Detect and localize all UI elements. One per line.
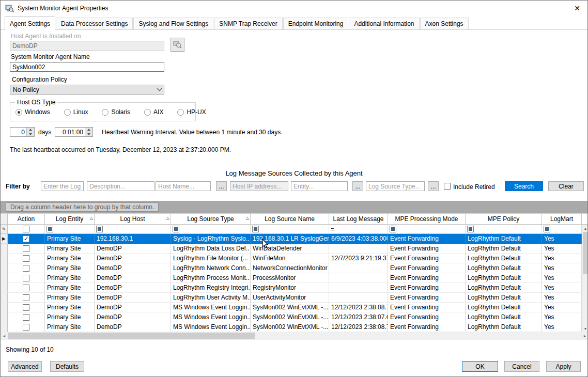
heartbeat-interval-spinner[interactable]: 0:01:00 [55,127,93,137]
advanced-button[interactable]: Advanced [8,361,42,372]
table-row[interactable]: Primary SiteDemoDPLogRhythm Network Conn… [1,263,588,273]
horizontal-scroll-thumb[interactable] [8,333,255,339]
column-header-mpe-processing-mode[interactable]: MPE Processing Mode [388,213,466,225]
filter-cell-action[interactable] [8,225,45,234]
radio-linux[interactable]: Linux [64,108,88,116]
table-row[interactable]: Primary SiteDemoDPLogRhythm Registry Int… [1,283,588,293]
filter-host-name-input[interactable] [156,181,211,191]
row-indicator-edit-icon: ✎ [1,225,8,234]
filter-log-source-input[interactable] [41,181,84,191]
scroll-right-icon[interactable]: ► [581,332,588,340]
row-select-checkbox[interactable] [23,275,29,281]
scroll-down-icon[interactable]: ▼ [582,325,588,332]
vertical-scroll-thumb[interactable] [583,232,588,274]
filter-cell-logmart[interactable] [542,225,582,234]
table-row[interactable]: Primary SiteDemoDPMS Windows Event Loggi… [1,322,588,332]
tab-syslog-and-flow-settings[interactable]: Syslog and Flow Settings [133,18,213,29]
filter-cell-log-source-name[interactable] [251,225,329,234]
cell-log-entity: Primary Site [45,234,95,244]
filter-description-input[interactable] [87,181,154,191]
select-all-checkbox[interactable] [23,226,29,232]
filter-log-source-type-input[interactable] [366,181,425,191]
spinner-up-icon[interactable] [27,128,34,132]
configuration-policy-select[interactable]: No Policy [10,85,164,95]
grid-header-row: ActionLog Entity△Log Host△Log Source Typ… [1,213,588,225]
table-row[interactable]: Primary SiteDemoDPLogRhythm User Activit… [1,293,588,303]
filter-cell-log-entity[interactable] [45,225,95,234]
row-select-checkbox[interactable] [23,304,29,311]
cell-log-entity: Primary Site [45,312,95,322]
horizontal-scrollbar[interactable]: ◄ ► [1,332,588,340]
grid-corner-cell [1,213,8,225]
column-header-last-log-message[interactable]: Last Log Message [329,213,388,225]
column-header-log-entity[interactable]: Log Entity△ [45,213,95,225]
tab-data-processor-settings[interactable]: Data Processor Settings [56,18,133,29]
tab-endpoint-monitoring[interactable]: Endpoint Monitoring [283,18,349,29]
radio-aix[interactable]: AIX [144,108,163,116]
host-agent-browse-button[interactable] [171,38,184,52]
spinner-up-icon[interactable] [85,128,92,132]
cancel-button[interactable]: Cancel [504,361,539,372]
row-select-checkbox[interactable] [23,245,29,252]
radio-solaris[interactable]: Solaris [102,108,130,116]
filter-cell-last-log-message[interactable]: = [329,225,388,234]
row-select-checkbox[interactable] [23,324,29,331]
table-row[interactable]: Primary SiteDemoDPLogRhythm Data Loss De… [1,244,588,254]
column-header-logmart[interactable]: LogMart [542,213,582,225]
table-row[interactable]: Primary SiteDemoDPLogRhythm Process Moni… [1,273,588,283]
row-select-checkbox[interactable] [23,294,29,301]
spinner-down-icon[interactable] [27,132,34,136]
radio-label: Windows [25,108,50,116]
include-retired-checkbox[interactable] [444,183,451,190]
tab-axon-settings[interactable]: Axon Settings [420,18,469,29]
column-header-log-source-name[interactable]: Log Source Name [251,213,329,225]
search-button[interactable]: Search [505,181,543,191]
radio-hp-ux[interactable]: HP-UX [177,108,206,116]
cell-mpe-policy: LogRhythm Default [466,322,542,332]
apply-button[interactable]: Apply [546,361,581,372]
clear-button[interactable]: Clear [548,181,584,191]
column-header-action[interactable]: Action [8,213,45,225]
spinner-down-icon[interactable] [85,132,92,136]
browse-host-name-button[interactable]: ... [216,181,227,191]
heartbeat-days-spinner[interactable]: 0 [10,127,35,137]
heartbeat-days-value: 0 [10,128,26,136]
cell-log-host: DemoDP [95,283,171,293]
vertical-scrollbar[interactable]: ▲ ▼ [582,225,588,332]
defaults-button[interactable]: Defaults [50,361,84,372]
browse-log-source-type-button[interactable]: ... [428,181,439,191]
scroll-up-icon[interactable]: ▲ [582,225,588,232]
table-row[interactable]: ▶✓Primary Site192.168.30.1Syslog - LogRh… [1,234,588,244]
tab-agent-settings[interactable]: Agent Settings [5,17,55,30]
table-row[interactable]: Primary SiteDemoDPMS Windows Event Loggi… [1,303,588,312]
filter-icon [47,226,53,232]
table-row[interactable]: Primary SiteDemoDPMS Windows Event Loggi… [1,312,588,322]
group-by-panel[interactable]: Drag a column header here to group by th… [1,201,588,213]
filter-cell-mpe-processing-mode[interactable] [388,225,466,234]
filter-cell-log-host[interactable] [95,225,171,234]
row-select-checkbox[interactable] [23,285,29,291]
column-header-log-source-type[interactable]: Log Source Type△ [171,213,251,225]
row-select-checkbox[interactable] [23,255,29,262]
close-icon[interactable]: ✕ [567,1,587,16]
column-header-mpe-policy[interactable]: MPE Policy [466,213,542,225]
column-header-log-host[interactable]: Log Host△ [95,213,171,225]
row-indicator [1,263,8,273]
radio-windows[interactable]: Windows [16,108,50,116]
filter-cell-log-source-type[interactable] [171,225,251,234]
system-monitor-agent-properties-dialog: System Monitor Agent Properties ✕ Agent … [0,0,588,377]
ok-button[interactable]: OK [462,361,498,372]
filter-entity-input[interactable] [291,181,348,191]
agent-name-input[interactable] [10,62,164,72]
scroll-left-icon[interactable]: ◄ [1,332,8,340]
table-row[interactable]: Primary SiteDemoDPLogRhythm File Monitor… [1,254,588,263]
row-indicator [1,254,8,263]
row-select-checkbox[interactable] [23,314,29,321]
tab-snmp-trap-receiver[interactable]: SNMP Trap Receiver [214,18,282,29]
filter-cell-mpe-policy[interactable] [466,225,542,234]
tab-additional-information[interactable]: Additional Information [349,18,419,29]
row-select-checkbox[interactable] [23,265,29,272]
chevron-down-icon [157,86,162,91]
row-select-checkbox[interactable]: ✓ [23,235,29,242]
browse-entity-button[interactable]: ... [352,181,363,191]
